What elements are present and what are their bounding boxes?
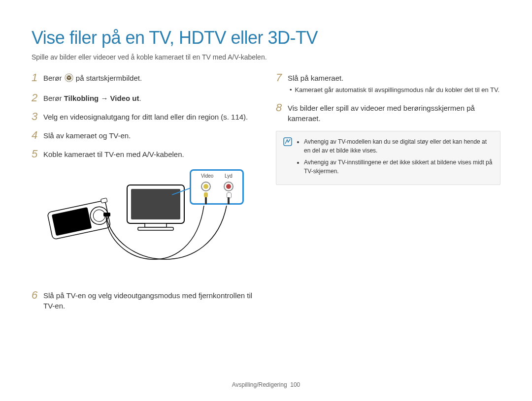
- note-item: Avhengig av TV-innstillingene er det ikk…: [304, 158, 493, 176]
- page-footer: Avspilling/Redigering 100: [0, 381, 532, 388]
- step-body: Vis bilder eller spill av videoer med be…: [288, 102, 500, 124]
- step-number: 3: [32, 111, 43, 123]
- step-text-post: .: [139, 94, 141, 102]
- step-5: 5 Koble kameraet til TV-en med A/V-kabel…: [32, 148, 256, 160]
- note-icon: [283, 137, 296, 179]
- step-text-pre: Berør: [43, 94, 64, 102]
- footer-section: Avspilling/Redigering: [232, 381, 287, 388]
- step-body: Slå på kameraet. Kameraet går automatisk…: [288, 72, 500, 95]
- connection-diagram: Video Lyd: [44, 167, 232, 280]
- step-number: 4: [32, 129, 43, 141]
- footer-page-number: 100: [290, 381, 300, 388]
- step-number: 2: [32, 92, 43, 104]
- step-text-pre: Berør: [43, 74, 64, 82]
- svg-rect-5: [66, 77, 67, 78]
- step-body: Slå på TV-en og velg videoutgangsmodus m…: [43, 289, 256, 312]
- step-body: Koble kameraet til TV-en med A/V-kabelen…: [43, 148, 256, 160]
- note-box: Avhengig av TV-modellen kan du se digita…: [276, 131, 500, 185]
- page: Vise filer på en TV, HDTV eller 3D-TV Sp…: [0, 0, 532, 401]
- step-1: 1 Berør: [32, 72, 256, 85]
- right-column: 7 Slå på kameraet. Kameraet går automati…: [276, 72, 500, 318]
- cable-icon: [44, 167, 232, 280]
- svg-rect-3: [68, 75, 69, 76]
- step-body: Velg en videosignalutgang for ditt land …: [43, 111, 256, 123]
- step-2: 2 Berør Tilkobling → Video ut.: [32, 92, 256, 104]
- step-body: Slå av kameraet og TV-en.: [43, 129, 256, 141]
- step-sub-bullet: Kameraet går automatisk til avspillingsm…: [295, 86, 500, 95]
- page-title: Vise filer på en TV, HDTV eller 3D-TV: [32, 28, 500, 48]
- step-7: 7 Slå på kameraet. Kameraet går automati…: [276, 72, 500, 95]
- page-subtitle: Spille av bilder eller videoer ved å kob…: [32, 53, 500, 61]
- note-item: Avhengig av TV-modellen kan du se digita…: [304, 137, 493, 155]
- step-number: 8: [276, 102, 288, 124]
- svg-point-2: [68, 77, 69, 79]
- left-column: 1 Berør: [32, 72, 256, 318]
- gear-icon: [65, 73, 73, 85]
- step-number: 5: [32, 148, 43, 160]
- step-6: 6 Slå på TV-en og velg videoutgangsmodus…: [32, 289, 256, 312]
- step-number: 6: [32, 289, 43, 312]
- svg-rect-4: [68, 80, 69, 81]
- step-text-post: på startskjermbildet.: [76, 74, 142, 82]
- step-text-bold: Tilkobling → Video ut: [64, 94, 139, 102]
- step-body: Berør på sta: [43, 72, 256, 85]
- note-list: Avhengig av TV-modellen kan du se digita…: [304, 137, 493, 179]
- step-number: 7: [276, 72, 288, 95]
- step-4: 4 Slå av kameraet og TV-en.: [32, 129, 256, 141]
- svg-rect-6: [70, 77, 71, 78]
- step-text: Slå på kameraet.: [288, 74, 343, 82]
- step-body: Berør Tilkobling → Video ut.: [43, 92, 256, 104]
- content-columns: 1 Berør: [32, 72, 500, 318]
- step-3: 3 Velg en videosignalutgang for ditt lan…: [32, 111, 256, 123]
- step-8: 8 Vis bilder eller spill av videoer med …: [276, 102, 500, 124]
- step-number: 1: [32, 72, 43, 85]
